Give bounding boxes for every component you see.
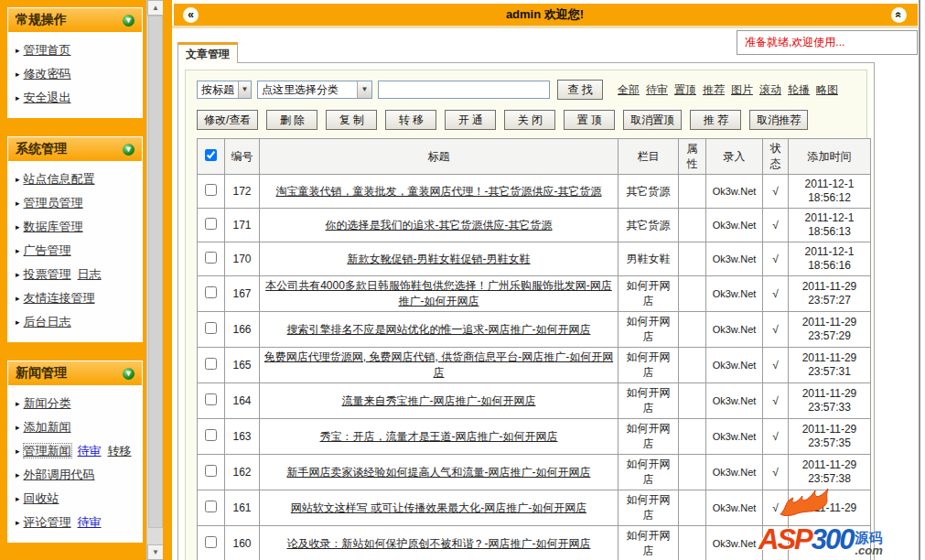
sidebar-item: ▸管理新闻待审转移 [14,439,138,463]
header-title: 标题 [260,139,618,175]
action-button[interactable]: 取消推荐 [749,110,808,130]
row-checkbox[interactable] [205,465,217,477]
sidebar-link-extra[interactable]: 待审 [78,515,102,529]
article-title-link[interactable]: 淘宝童装代销，童装批发，童装网店代理！-其它货源供应-其它货源 [276,185,602,198]
collapse-arrow-icon[interactable]: ▼ [123,368,134,380]
row-checkbox[interactable] [205,429,217,441]
row-checkbox[interactable] [205,322,217,334]
collapse-arrow-icon[interactable]: ▼ [123,144,134,156]
sidebar-link[interactable]: 外部调用代码 [24,468,95,481]
attr-cell [679,276,706,312]
article-title-link[interactable]: 论及收录：新站如何保护原创不被和谐？-网店推广-如何开网店 [287,537,591,550]
sidebar-scrollbar[interactable]: ▲ ▼ [146,0,163,560]
sidebar-item: ▸安全退出 [14,86,138,110]
sidebar-link[interactable]: 管理员管理 [24,196,83,210]
filter-link[interactable]: 滚动 [759,83,781,96]
article-title-link[interactable]: 搜索引擎排名不应是网站优化的惟一追求-网店推广-如何开网店 [287,323,591,336]
watermark-com: .com [855,544,882,556]
select-all-checkbox[interactable] [205,149,217,161]
article-title-link[interactable]: 本公司共有4000多款日韩服饰鞋包供您选择！广州乐购服饰批发网-网店推广-如何开… [265,279,612,307]
table-row: 164流量来自秀宝推广-网店推广-如何开网店如何开网店Ok3w.Net√2011… [198,383,871,419]
sidebar-link[interactable]: 后台日志 [24,315,71,328]
scroll-up-button[interactable]: ▲ [147,0,164,16]
sidebar-section: 系统管理▼▸站点信息配置▸管理员管理▸数据库管理▸广告管理▸投票管理日志▸友情连… [7,136,143,342]
filter-link[interactable]: 待审 [646,83,668,96]
id-cell: 161 [225,490,260,526]
filter-link[interactable]: 置顶 [674,83,696,96]
sidebar-link-extra[interactable]: 待审 [78,444,102,458]
filter-link[interactable]: 略图 [816,83,838,96]
watermark-300: 300 [812,523,854,556]
section-header[interactable]: 系统管理▼ [8,137,142,162]
header-column: 栏目 [618,139,679,175]
article-title-link[interactable]: 你的选择是我们的追求-其它货源供应-其它货源 [326,219,553,232]
sidebar-link[interactable]: 添加新闻 [24,420,71,434]
id-cell: 166 [225,312,260,348]
bullet-icon: ▸ [16,494,20,503]
row-checkbox[interactable] [205,358,217,370]
keyword-input[interactable] [378,81,550,99]
sidebar-link[interactable]: 回收站 [24,491,59,505]
action-button[interactable]: 删 除 [266,110,317,130]
scroll-down-button[interactable]: ▼ [147,544,164,560]
sidebar-link-extra[interactable]: 转移 [108,444,132,458]
sidebar-link[interactable]: 友情连接管理 [24,291,95,305]
action-button[interactable]: 开 通 [445,110,496,130]
sidebar-link-extra[interactable]: 日志 [78,267,102,281]
action-button[interactable]: 修改/查看 [197,110,258,130]
article-title-link[interactable]: 网站软文这样写 或可让传播效果最大化-网店推广-如何开网店 [291,501,586,514]
section-header[interactable]: 常规操作▼ [8,8,142,33]
sidebar-link[interactable]: 站点信息配置 [24,172,95,186]
article-title-link[interactable]: 流量来自秀宝推广-网店推广-如何开网店 [342,394,536,407]
column-cell: 如何开网店 [618,455,679,490]
filter-link[interactable]: 轮播 [788,83,810,96]
sidebar-link[interactable]: 数据库管理 [24,220,83,233]
article-title-link[interactable]: 新款女靴促销-男鞋女鞋促销-男鞋女鞋 [348,253,531,265]
article-title-link[interactable]: 秀宝：开店，流量才是王道-网店推广-如何开网店 [320,430,558,443]
action-button[interactable]: 推 荐 [690,110,741,130]
row-checkbox[interactable] [205,218,217,230]
sidebar-link[interactable]: 管理新闻 [24,444,71,458]
main-area: « admin 欢迎您! « 准备就绪,欢迎使用... 文章管理 按标题 ▼ 点… [172,0,925,560]
row-checkbox[interactable] [205,501,217,512]
sidebar-link[interactable]: 评论管理 [24,515,71,529]
section-header[interactable]: 新闻管理▼ [8,361,142,386]
sidebar-link[interactable]: 修改密码 [24,67,71,81]
checkbox-cell [198,419,225,455]
action-button[interactable]: 关 闭 [504,110,555,130]
search-button[interactable]: 查 找 [557,80,603,100]
action-button[interactable]: 取消置顶 [623,110,682,130]
header-status: 状态 [763,139,789,175]
sidebar-link[interactable]: 广告管理 [24,243,71,257]
scrollbar-thumb[interactable] [148,16,163,528]
row-checkbox[interactable] [205,184,217,196]
category-select[interactable]: 点这里选择分类 ▼ [257,81,372,99]
column-cell: 如何开网店 [618,276,679,312]
sidebar-link[interactable]: 管理首页 [24,43,71,57]
action-button[interactable]: 复 制 [326,110,377,130]
collapse-sidebar-icon[interactable]: « [183,7,199,23]
title-cell: 淘宝童装代销，童装批发，童装网店代理！-其它货源供应-其它货源 [260,175,618,209]
tab-article-management[interactable]: 文章管理 [177,42,238,63]
row-checkbox[interactable] [205,393,217,405]
filter-link[interactable]: 推荐 [703,83,725,96]
collapse-arrow-icon[interactable]: ▼ [123,15,134,27]
header-time: 添加时间 [789,139,871,175]
sidebar-link[interactable]: 新闻分类 [24,396,71,410]
row-checkbox[interactable] [205,252,217,264]
filter-link[interactable]: 图片 [731,83,753,96]
search-field-select[interactable]: 按标题 ▼ [197,81,252,99]
row-checkbox[interactable] [205,286,217,298]
sidebar-link[interactable]: 投票管理 [24,267,71,281]
article-title-link[interactable]: 新手网店卖家谈经验如何提高人气和流量-网店推广-如何开网店 [287,466,591,479]
filter-link[interactable]: 全部 [618,83,640,96]
scroll-top-icon[interactable]: « [891,7,907,23]
sidebar-link[interactable]: 安全退出 [24,91,71,104]
action-button[interactable]: 转 移 [385,110,436,130]
action-button[interactable]: 置 顶 [564,110,615,130]
topbar-underline [172,26,918,28]
row-checkbox[interactable] [205,536,217,548]
article-title-link[interactable]: 免费网店代理货源网, 免费网店代销, 供货商信息平台-网店推广-如何开网店 [264,350,613,379]
status-cell: √ [763,209,789,242]
asp300-watermark: ASP300 源码 .com [758,501,925,560]
